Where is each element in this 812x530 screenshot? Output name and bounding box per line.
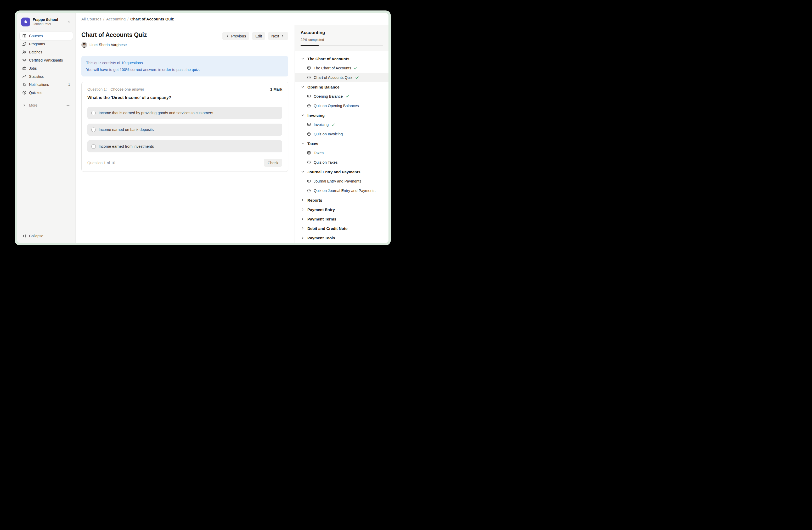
quiz-instruction-line: This quiz consists of 10 questions. — [86, 59, 284, 66]
outline-section-reports[interactable]: Reports — [295, 195, 389, 205]
sidebar-item-label: Quizzes — [29, 90, 42, 95]
app-window: Frappe School Jannat Patel CoursesProgra… — [17, 13, 389, 243]
check-icon — [355, 75, 359, 80]
outline-item-quiz-on-invoicing[interactable]: Quiz on Invoicing — [295, 129, 389, 139]
author-row: Linet Sherin Varghese — [81, 42, 147, 48]
left-sidebar: Frappe School Jannat Patel CoursesProgra… — [17, 13, 76, 243]
breadcrumb-all-courses[interactable]: All Courses — [81, 17, 102, 21]
question-text: What is the 'Direct Income' of a company… — [87, 95, 282, 100]
lesson-icon — [307, 66, 311, 70]
outline-item-chart-of-accounts-quiz[interactable]: Chart of Accounts Quiz — [295, 73, 389, 82]
quiz-instructions-banner: This quiz consists of 10 questions.You w… — [81, 56, 288, 76]
sidebar-item-jobs[interactable]: Jobs — [20, 64, 73, 72]
radio-button[interactable] — [91, 111, 96, 115]
outline-item-opening-balance[interactable]: Opening Balance — [295, 92, 389, 101]
check-button[interactable]: Check — [264, 159, 282, 167]
chevron-down-icon — [301, 85, 305, 89]
radio-button[interactable] — [91, 144, 96, 149]
chevron-right-icon — [301, 226, 305, 231]
previous-button[interactable]: Previous — [222, 32, 249, 40]
sidebar-menu: CoursesProgramsBatchesCertified Particip… — [20, 32, 73, 97]
chevron-down-icon[interactable] — [67, 20, 71, 24]
sidebar-item-courses[interactable]: Courses — [20, 32, 73, 40]
breadcrumb-separator: / — [103, 17, 104, 21]
sidebar-item-label: Courses — [29, 34, 43, 38]
answer-option[interactable]: Income earned on bank deposits — [87, 124, 282, 136]
outline-item-quiz-on-taxes[interactable]: Quiz on Taxes — [295, 158, 389, 167]
radio-button[interactable] — [91, 127, 96, 132]
outline-section-debit-and-credit-note[interactable]: Debit and Credit Note — [295, 224, 389, 233]
course-outline-list: The Chart of AccountsThe Chart of Accoun… — [295, 51, 389, 243]
chevron-right-icon — [301, 217, 305, 221]
app-frame: Frappe School Jannat Patel CoursesProgra… — [15, 11, 391, 245]
chevron-right-icon — [22, 103, 26, 107]
outline-item-label: Quiz on Taxes — [314, 160, 338, 165]
outline-item-journal-entry-and-payments[interactable]: Journal Entry and Payments — [295, 177, 389, 186]
quiz-icon — [307, 189, 311, 193]
quiz-icon — [307, 104, 311, 108]
sidebar-item-programs[interactable]: Programs — [20, 40, 73, 48]
outline-section-title: Payment Terms — [307, 217, 336, 221]
desktop-background: Frappe School Jannat Patel CoursesProgra… — [0, 0, 406, 265]
lesson-icon — [307, 151, 311, 155]
answer-option[interactable]: Income earned from investments — [87, 140, 282, 152]
sidebar-item-more[interactable]: More — [20, 101, 73, 109]
breadcrumb-accounting[interactable]: Accounting — [106, 17, 126, 21]
outline-item-quiz-on-opening-balances[interactable]: Quiz on Opening Balances — [295, 101, 389, 111]
sidebar-item-notifications[interactable]: Notifications1 — [20, 80, 73, 88]
bell-icon — [22, 83, 26, 87]
author-name: Linet Sherin Varghese — [89, 43, 127, 47]
author-avatar — [81, 42, 87, 48]
outline-section-journal-entry-and-payments[interactable]: Journal Entry and Payments — [295, 167, 389, 177]
chevron-right-icon — [301, 236, 305, 240]
edit-button[interactable]: Edit — [252, 32, 265, 40]
outline-section-opening-balance[interactable]: Opening Balance — [295, 82, 389, 92]
outline-section-invoicing[interactable]: Invoicing — [295, 111, 389, 120]
answer-option[interactable]: Income that is earned by providing goods… — [87, 107, 282, 119]
sidebar-item-label: Programs — [29, 42, 45, 46]
outline-item-quiz-on-journal-entry-and-payments[interactable]: Quiz on Journal Entry and Payments — [295, 186, 389, 195]
sidebar-item-quizzes[interactable]: Quizzes — [20, 88, 73, 97]
next-button[interactable]: Next — [268, 32, 288, 40]
sidebar-item-batches[interactable]: Batches — [20, 48, 73, 56]
outline-item-label: Chart of Accounts Quiz — [314, 75, 352, 80]
workspace-name: Frappe School — [33, 17, 64, 22]
outline-section-title: Opening Balance — [307, 85, 339, 89]
page-title: Chart of Accounts Quiz — [81, 31, 147, 39]
question-card: Question 1: Choose one answer 1 Mark Wha… — [81, 82, 288, 172]
outline-section-taxes[interactable]: Taxes — [295, 139, 389, 148]
content-column: All Courses / Accounting / Chart of Acco… — [76, 13, 389, 243]
sidebar-item-label: Notifications — [29, 83, 49, 87]
outline-item-the-chart-of-accounts[interactable]: The Chart of Accounts — [295, 64, 389, 73]
outline-section-payment-terms[interactable]: Payment Terms — [295, 214, 389, 224]
outline-item-invoicing[interactable]: Invoicing — [295, 120, 389, 129]
sidebar-item-statistics[interactable]: Statistics — [20, 72, 73, 80]
plus-icon[interactable] — [66, 103, 70, 107]
chevron-down-icon — [301, 141, 305, 145]
outline-section-title: Invoicing — [307, 113, 325, 117]
chevron-left-icon — [226, 34, 230, 38]
course-progress-label: 22% completed — [301, 38, 383, 42]
collapse-sidebar-button[interactable]: Collapse — [20, 232, 73, 240]
workspace-switcher[interactable]: Frappe School Jannat Patel — [20, 16, 73, 28]
question-number-label: Question 1: — [87, 87, 107, 92]
breadcrumb-bar: All Courses / Accounting / Chart of Acco… — [76, 13, 389, 25]
lesson-icon — [307, 123, 311, 127]
breadcrumb-current: Chart of Accounts Quiz — [130, 17, 174, 21]
outline-item-taxes[interactable]: Taxes — [295, 148, 389, 158]
route-icon — [22, 42, 26, 46]
outline-section-payment-entry[interactable]: Payment Entry — [295, 205, 389, 214]
quiz-icon — [307, 132, 311, 136]
outline-section-payment-tools[interactable]: Payment Tools — [295, 233, 389, 242]
main-content: Chart of Accounts Quiz Linet Sherin Varg… — [76, 25, 294, 243]
outline-section-the-chart-of-accounts[interactable]: The Chart of Accounts — [295, 54, 389, 64]
chevron-down-icon — [301, 57, 305, 61]
check-icon — [354, 66, 358, 70]
chevron-right-icon — [301, 198, 305, 202]
sidebar-item-certified-participants[interactable]: Certified Participants — [20, 56, 73, 64]
briefcase-icon — [22, 66, 26, 70]
outline-item-label: Invoicing — [314, 123, 329, 127]
answer-option-label: Income earned from investments — [99, 144, 154, 149]
outline-section-title: Reports — [307, 198, 322, 203]
outline-item-label: Opening Balance — [314, 94, 343, 98]
